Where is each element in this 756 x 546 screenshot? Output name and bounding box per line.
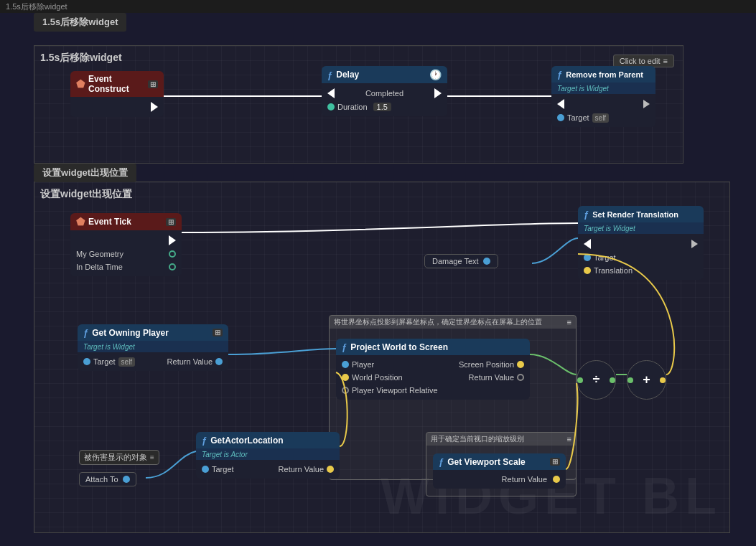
get-owning-return-pin bbox=[215, 358, 223, 365]
viewport-scale-return-pin bbox=[553, 476, 560, 483]
in-delta-time-pin bbox=[169, 263, 176, 270]
divide-left-in bbox=[577, 377, 583, 383]
canvas-section1: 1.5s后移除widget Click to edit ≡ ⬟ Event Co… bbox=[34, 45, 683, 164]
get-owning-player-node[interactable]: ƒ Get Owning Player ⊞ Target is Widget T… bbox=[78, 324, 228, 371]
exec-in-delay bbox=[327, 88, 335, 98]
get-actor-location-node[interactable]: ƒ GetActorLocation Target is Actor Targe… bbox=[196, 432, 340, 479]
damage-text-out-pin bbox=[483, 258, 490, 265]
attach-to-pin bbox=[123, 476, 130, 483]
screen-pos-out-pin bbox=[517, 361, 524, 368]
section1-tab-label[interactable]: 1.5s后移除widget bbox=[34, 13, 126, 32]
plus-node[interactable]: + bbox=[627, 360, 666, 400]
set-render-translation-node[interactable]: ƒ Set Render Translation Target is Widge… bbox=[578, 206, 704, 280]
section2-title: 设置widget出现位置 bbox=[40, 188, 132, 201]
exec-out-remove bbox=[643, 100, 650, 108]
breadcrumb-bar: 1.5s后移除widget bbox=[0, 0, 756, 13]
exec-out-pin bbox=[151, 102, 158, 112]
get-owning-target-pin bbox=[83, 358, 90, 365]
section1-title: 1.5s后移除widget bbox=[40, 52, 122, 65]
event-tick-exec-out bbox=[169, 235, 176, 245]
section2-tab-label[interactable]: 设置widget出现位置 bbox=[34, 164, 136, 182]
player-viewport-pin bbox=[342, 387, 349, 394]
world-pos-in-pin bbox=[342, 374, 349, 381]
actor-target-pin bbox=[202, 466, 209, 473]
plus-in bbox=[627, 377, 633, 383]
exec-in-remove bbox=[557, 99, 564, 109]
delay-node[interactable]: ƒ Delay 🕐 Completed Duration 1.5 bbox=[322, 66, 447, 116]
translation-in-pin bbox=[584, 267, 591, 274]
exec-in-set-render bbox=[584, 239, 591, 249]
target-in-set-render bbox=[584, 254, 591, 261]
actor-return-pin bbox=[327, 466, 334, 473]
divide-node[interactable]: ÷ bbox=[577, 360, 616, 400]
target-in-remove bbox=[557, 114, 564, 121]
breadcrumb-text: 1.5s后移除widget bbox=[6, 1, 67, 12]
plus-out bbox=[660, 377, 666, 383]
event-tick-node[interactable]: ⬟ Event Tick ⊞ My Geometry In Delta Time bbox=[70, 213, 182, 276]
exec-out-set-render bbox=[691, 240, 698, 248]
player-in-pin bbox=[342, 361, 349, 368]
remove-from-parent-node[interactable]: ƒ Remove from Parent Target is Widget Ta… bbox=[551, 66, 655, 127]
project-world-to-screen-node[interactable]: ƒ Project World to Screen Player Screen … bbox=[336, 339, 530, 400]
damaged-target-box: 被伤害显示的对象 ≡ bbox=[79, 450, 159, 465]
duration-in-pin bbox=[327, 103, 335, 110]
get-viewport-scale-node[interactable]: ƒ Get Viewport Scale ⊞ Return Value bbox=[433, 453, 566, 489]
exec-completed-pin bbox=[434, 88, 442, 98]
damage-text-node[interactable]: Damage Text bbox=[424, 254, 498, 268]
my-geometry-pin bbox=[169, 250, 176, 258]
attach-to-node[interactable]: Attach To bbox=[79, 472, 136, 486]
divide-right-out bbox=[610, 377, 615, 383]
canvas-section2: 设置widget出现位置 WIDGET BL ⬟ Event Tick ⊞ My… bbox=[34, 182, 730, 533]
project-return-pin bbox=[517, 374, 524, 381]
event-construct-node[interactable]: ⬟ Event Construct ⊞ bbox=[70, 71, 164, 117]
